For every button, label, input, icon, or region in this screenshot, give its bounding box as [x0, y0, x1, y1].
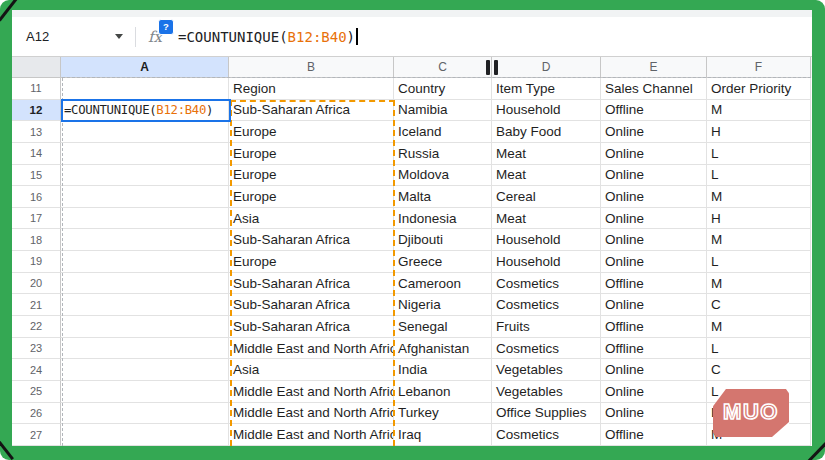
cell[interactable]: Online: [601, 165, 707, 187]
cell[interactable]: Sub-Saharan Africa: [229, 229, 394, 251]
cell[interactable]: Middle East and North Africa: [229, 338, 394, 360]
cell[interactable]: Offline: [601, 100, 707, 122]
cell[interactable]: Europe: [229, 186, 394, 208]
cell[interactable]: L: [707, 143, 811, 165]
cell[interactable]: M: [707, 229, 811, 251]
cell[interactable]: [61, 78, 229, 100]
cell[interactable]: Offline: [601, 424, 707, 446]
cell[interactable]: M: [707, 100, 811, 122]
column-header-A[interactable]: A: [61, 57, 229, 78]
cell[interactable]: Sub-Saharan Africa: [229, 316, 394, 338]
row-header-23[interactable]: 23: [12, 338, 61, 360]
cell[interactable]: M: [707, 273, 811, 295]
cell[interactable]: Greece: [394, 251, 492, 273]
cell[interactable]: Indonesia: [394, 208, 492, 230]
cell[interactable]: Online: [601, 229, 707, 251]
cell[interactable]: [61, 121, 229, 143]
chevron-down-icon[interactable]: [115, 34, 123, 39]
row-header-12[interactable]: 12: [12, 100, 61, 122]
cell[interactable]: Country: [394, 78, 492, 100]
cell[interactable]: Online: [601, 186, 707, 208]
row-header-20[interactable]: 20: [12, 273, 61, 295]
cell[interactable]: Europe: [229, 143, 394, 165]
cell[interactable]: Household: [492, 229, 601, 251]
cell[interactable]: Vegetables: [492, 359, 601, 381]
cell[interactable]: Order Priority: [707, 78, 811, 100]
cell[interactable]: Middle East and North Africa: [229, 424, 394, 446]
column-header-C[interactable]: C: [394, 57, 492, 78]
cell[interactable]: Cosmetics: [492, 338, 601, 360]
name-box[interactable]: A12: [12, 29, 131, 44]
cell[interactable]: H: [707, 121, 811, 143]
column-resize-handle[interactable]: [486, 60, 499, 75]
cell[interactable]: Middle East and North Africa: [229, 381, 394, 403]
row-header-26[interactable]: 26: [12, 403, 61, 425]
row-header-24[interactable]: 24: [12, 359, 61, 381]
cell[interactable]: Europe: [229, 251, 394, 273]
cell[interactable]: Online: [601, 143, 707, 165]
cell[interactable]: Europe: [229, 165, 394, 187]
cell[interactable]: Middle East and North Africa: [229, 403, 394, 425]
column-header-B[interactable]: B: [229, 57, 394, 78]
cell[interactable]: [61, 424, 229, 446]
cell[interactable]: Online: [601, 359, 707, 381]
cell[interactable]: Turkey: [394, 403, 492, 425]
cell[interactable]: Djibouti: [394, 229, 492, 251]
cell[interactable]: Online: [601, 403, 707, 425]
cell[interactable]: Cosmetics: [492, 424, 601, 446]
cell[interactable]: Moldova: [394, 165, 492, 187]
column-header-E[interactable]: E: [601, 57, 707, 78]
cell[interactable]: Offline: [601, 316, 707, 338]
row-header-11[interactable]: 11: [12, 78, 61, 100]
cell[interactable]: Sub-Saharan Africa: [229, 273, 394, 295]
cell[interactable]: Online: [601, 381, 707, 403]
cell[interactable]: [61, 143, 229, 165]
cell[interactable]: Iraq: [394, 424, 492, 446]
cell[interactable]: [61, 251, 229, 273]
cell[interactable]: [61, 381, 229, 403]
cell[interactable]: Lebanon: [394, 381, 492, 403]
cell[interactable]: M: [707, 186, 811, 208]
cell[interactable]: Meat: [492, 165, 601, 187]
cell[interactable]: [61, 316, 229, 338]
row-header-27[interactable]: 27: [12, 424, 61, 446]
cell[interactable]: C: [707, 294, 811, 316]
cell[interactable]: M: [707, 316, 811, 338]
cell[interactable]: [61, 338, 229, 360]
cell[interactable]: [61, 403, 229, 425]
cell[interactable]: Iceland: [394, 121, 492, 143]
cell[interactable]: [61, 165, 229, 187]
cell[interactable]: Household: [492, 251, 601, 273]
row-header-16[interactable]: 16: [12, 186, 61, 208]
cell[interactable]: [61, 208, 229, 230]
row-header-22[interactable]: 22: [12, 316, 61, 338]
cell[interactable]: Sub-Saharan Africa: [229, 100, 394, 122]
formula-help-badge-icon[interactable]: ?: [158, 19, 174, 35]
cell[interactable]: [61, 294, 229, 316]
cell[interactable]: H: [707, 208, 811, 230]
formula-input[interactable]: =COUNTUNIQUE( B12:B40 ): [178, 28, 358, 45]
cell[interactable]: Sales Channel: [601, 78, 707, 100]
cell[interactable]: Online: [601, 294, 707, 316]
row-header-18[interactable]: 18: [12, 229, 61, 251]
column-header-F[interactable]: F: [707, 57, 811, 78]
cell[interactable]: [61, 359, 229, 381]
row-header-15[interactable]: 15: [12, 165, 61, 187]
cell[interactable]: Baby Food: [492, 121, 601, 143]
cell[interactable]: C: [707, 359, 811, 381]
row-header-14[interactable]: 14: [12, 143, 61, 165]
row-header-21[interactable]: 21: [12, 294, 61, 316]
cell[interactable]: Namibia: [394, 100, 492, 122]
row-header-19[interactable]: 19: [12, 251, 61, 273]
row-header-25[interactable]: 25: [12, 381, 61, 403]
column-header-D[interactable]: D: [492, 57, 601, 78]
row-header-13[interactable]: 13: [12, 121, 61, 143]
row-header-17[interactable]: 17: [12, 208, 61, 230]
cell[interactable]: [61, 273, 229, 295]
cell[interactable]: L: [707, 251, 811, 273]
cell[interactable]: Meat: [492, 208, 601, 230]
cell[interactable]: Asia: [229, 208, 394, 230]
cell[interactable]: [61, 186, 229, 208]
active-cell-A12[interactable]: =COUNTUNIQUE(B12:B40): [61, 100, 229, 122]
cell[interactable]: Senegal: [394, 316, 492, 338]
